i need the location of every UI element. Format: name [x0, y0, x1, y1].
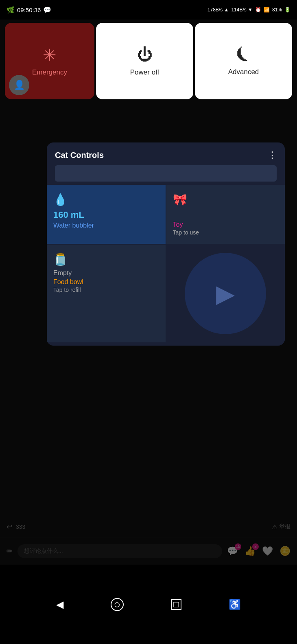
- wifi-icon: 📶: [264, 7, 270, 13]
- recents-button[interactable]: □: [171, 599, 181, 610]
- network-speed-down: 114B/s ▼: [231, 7, 253, 13]
- emergency-button[interactable]: ✳ Emergency 👤: [5, 23, 94, 99]
- emergency-label: Emergency: [32, 68, 67, 77]
- camera-play-icon: ▶: [216, 279, 235, 308]
- toy-icon: 🎀: [173, 193, 279, 206]
- wechat-icon: 💬: [43, 6, 51, 14]
- home-button[interactable]: ○: [111, 598, 124, 611]
- emergency-avatar: 👤: [9, 75, 29, 95]
- food-card[interactable]: 🫙 Empty Food bowl Tap to refill: [47, 245, 166, 342]
- accessibility-button[interactable]: ♿: [229, 599, 241, 610]
- dialog-image-strip: [55, 165, 277, 182]
- dialog-title: Cat Controls: [55, 151, 104, 160]
- battery-icon: 🔋: [284, 7, 290, 13]
- status-right: 178B/s ▲ 114B/s ▼ ⏰ 📶 81% 🔋: [207, 7, 290, 13]
- battery-percent: 81%: [272, 7, 282, 13]
- water-icon: 💧: [53, 193, 159, 206]
- toy-name: Toy: [173, 221, 279, 228]
- network-speed-up: 178B/s ▲: [207, 7, 229, 13]
- camera-card[interactable]: ▶: [166, 245, 285, 342]
- controls-grid: 💧 160 mL Water bubbler 🎀 Toy Tap to use …: [47, 185, 285, 342]
- food-icon: 🫙: [53, 253, 159, 266]
- status-left: 🌿 09:50:36 💬: [7, 6, 51, 14]
- power-off-button[interactable]: ⏻ Power off: [96, 23, 193, 99]
- power-menu-overlay: ✳ Emergency 👤 ⏻ Power off ⏾ Advanced: [0, 20, 297, 103]
- water-card[interactable]: 💧 160 mL Water bubbler: [47, 185, 166, 244]
- status-time: 09:50:36: [17, 7, 41, 13]
- water-amount: 160 mL: [53, 210, 159, 220]
- back-button[interactable]: ◀: [56, 599, 63, 610]
- toy-card[interactable]: 🎀 Toy Tap to use: [166, 185, 285, 244]
- system-nav: ◀ ○ □ ♿: [0, 565, 297, 644]
- food-action: Tap to refill: [53, 287, 159, 293]
- camera-circle: ▶: [185, 253, 266, 334]
- advanced-label: Advanced: [228, 68, 259, 76]
- advanced-icon: ⏾: [236, 46, 251, 63]
- dialog-header: Cat Controls ⋮: [47, 142, 285, 165]
- food-name: Food bowl: [53, 278, 159, 286]
- power-off-label: Power off: [130, 68, 159, 77]
- emergency-icon: ✳: [43, 46, 57, 64]
- food-status: Empty: [53, 269, 159, 277]
- status-bar: 🌿 09:50:36 💬 178B/s ▲ 114B/s ▼ ⏰ 📶 81% 🔋: [0, 0, 297, 20]
- toy-action: Tap to use: [173, 229, 279, 236]
- dialog-menu-icon[interactable]: ⋮: [268, 150, 277, 160]
- water-name: Water bubbler: [53, 222, 159, 229]
- status-icon-leaf: 🌿: [7, 6, 15, 14]
- cat-controls-dialog: Cat Controls ⋮ 💧 160 mL Water bubbler 🎀 …: [47, 142, 285, 346]
- power-off-icon: ⏻: [137, 46, 153, 64]
- alarm-icon: ⏰: [255, 7, 261, 13]
- advanced-button[interactable]: ⏾ Advanced: [195, 23, 292, 99]
